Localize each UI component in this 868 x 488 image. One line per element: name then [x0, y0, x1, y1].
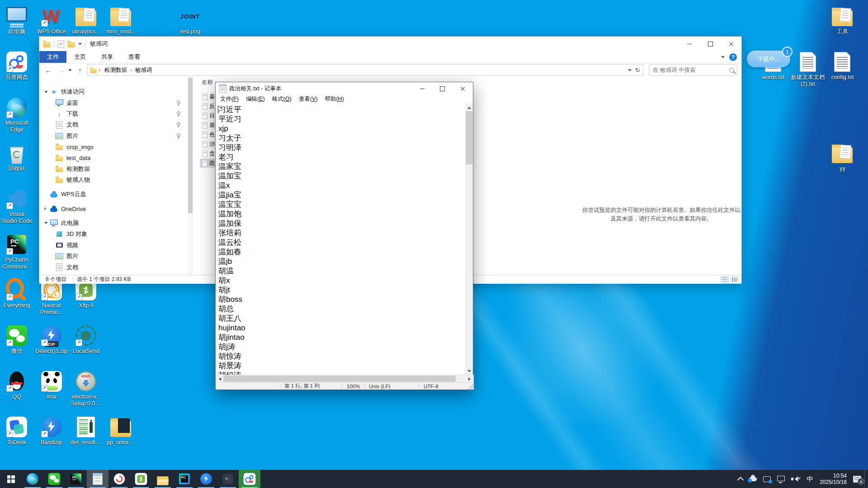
clock[interactable]: 10:54 2025/10/16 [816, 470, 850, 488]
desktop-icon-recycle-bin[interactable]: 回收站 [0, 142, 38, 172]
sidebar-item-检测数据[interactable]: 检测数据 [39, 164, 188, 174]
sidebar-item-图片[interactable]: 图片 [39, 251, 188, 262]
sidebar-item-快速访问[interactable]: ★快速访问 [39, 86, 188, 97]
expand-down-icon[interactable] [44, 222, 48, 226]
notepad-maximize-button[interactable] [432, 82, 453, 95]
ribbon-expand-icon[interactable] [721, 56, 725, 60]
details-view-button[interactable] [721, 276, 729, 283]
resize-grip[interactable] [468, 384, 473, 389]
forward-button[interactable]: → [56, 66, 66, 74]
large-icons-view-button[interactable] [731, 276, 739, 283]
breadcrumb-segment[interactable]: 敏感词 [132, 66, 155, 74]
sidebar-item-文档[interactable]: 文档 [39, 262, 188, 272]
new-folder-icon[interactable] [67, 42, 75, 47]
horizontal-scroll-thumb[interactable] [223, 375, 456, 382]
notepad-menu-查看(V)[interactable]: 查看(V) [295, 95, 321, 103]
search-box[interactable] [649, 64, 737, 76]
desktop-icon-yy-folder[interactable]: yy [821, 142, 864, 172]
desktop-icon-joint-test-png[interactable]: JOINTtest.png [169, 5, 212, 35]
taskbar-start-button[interactable] [0, 470, 22, 488]
file-row[interactable]: 目 [200, 111, 216, 120]
notepad-minimize-button[interactable] [412, 82, 432, 95]
sidebar-item-敏感人物[interactable]: 敏感人物 [39, 174, 188, 185]
notepad-menu-格式(O)[interactable]: 格式(O) [269, 95, 295, 103]
address-bar[interactable]: › 检测数据›敏感词 ↻ [87, 64, 643, 76]
refresh-icon[interactable]: ↻ [635, 67, 640, 74]
search-input[interactable] [652, 66, 729, 74]
file-row[interactable]: 涉 [200, 140, 216, 149]
volume-muted-icon[interactable] [788, 470, 803, 488]
up-button[interactable]: ↑ [75, 66, 85, 74]
tray-expand-chevron-icon[interactable] [735, 470, 746, 488]
desktop-icon-vscode[interactable]: ↗Visual Studio Code [0, 188, 38, 225]
desktop-icon-config-txt[interactable]: config.txt [821, 51, 864, 81]
sidebar-item-文档[interactable]: 文档 [39, 119, 188, 130]
ribbon-tab-文件[interactable]: 文件 [39, 51, 66, 63]
desktop-icon-tools-folder[interactable]: 工具 [821, 5, 864, 35]
file-row[interactable]: 色 [200, 130, 216, 139]
scroll-right-icon[interactable] [466, 375, 474, 383]
qat-dropdown-icon[interactable] [78, 43, 82, 47]
expand-down-icon[interactable] [44, 91, 48, 95]
sidebar-item-视频[interactable]: 视频 [39, 240, 188, 251]
desktop-icon-localsend[interactable]: ↗LocalSend [64, 325, 108, 355]
sidebar-item-图片[interactable]: 图片 [39, 131, 188, 141]
network-icon[interactable] [774, 470, 788, 488]
notification-center-icon[interactable]: 4 [850, 470, 864, 488]
sidebar-scrollbar[interactable] [188, 77, 193, 275]
desktop-icon-microsoft-edge[interactable]: ↗Microsoft Edge [0, 97, 38, 133]
file-row[interactable]: 基 [200, 121, 216, 130]
desktop-icon-pp-onnx[interactable]: pp_onnx-... [99, 416, 142, 446]
notepad-menu-文件(F)[interactable]: 文件(F) [217, 95, 242, 103]
notepad-close-button[interactable] [453, 82, 473, 95]
sidebar-item-WPS云盘[interactable]: WPS云盘 [39, 189, 188, 200]
screen-cast-icon[interactable] [760, 470, 774, 488]
ribbon-tab-主页[interactable]: 主页 [66, 51, 94, 63]
ime-indicator[interactable]: 中 [803, 470, 816, 488]
sidebar-item-test_data[interactable]: test_data [39, 152, 188, 163]
vertical-scrollbar[interactable] [465, 103, 473, 375]
sidebar-item-此电脑[interactable]: 此电脑 [39, 218, 188, 229]
download-toast[interactable]: 下载中... 1 [747, 51, 790, 67]
scroll-up-icon[interactable] [465, 103, 473, 111]
taskbar-terminal-button[interactable]: >_ [217, 470, 239, 488]
horizontal-scrollbar[interactable] [216, 375, 474, 382]
show-desktop-button[interactable] [864, 470, 867, 488]
notepad-menu-编辑(E)[interactable]: 编辑(E) [242, 95, 269, 103]
sidebar-item-下载[interactable]: ↓下载 [39, 108, 188, 119]
taskbar-notepad-button[interactable] [87, 470, 108, 488]
help-button[interactable]: ? [729, 53, 737, 61]
taskbar-pycharm-button[interactable]: PC [174, 470, 195, 488]
cloud-sync-icon[interactable] [746, 470, 760, 488]
notepad-text-area[interactable]: 习近平平近习xjp习太子习明泽老习温家宝温加宝温x温jia宝温宝宝温加饱温加保张… [216, 103, 466, 375]
taskbar-baidu-netdisk-button[interactable] [239, 470, 260, 488]
taskbar-xftp-button[interactable] [130, 470, 152, 488]
taskbar-pycharm-dark-button[interactable]: PC [65, 470, 87, 488]
file-row[interactable]: 贪 [200, 149, 216, 158]
desktop-icon-rknn-mod-folder[interactable]: rknn_mod... [99, 5, 142, 35]
address-dropdown-icon[interactable] [628, 69, 632, 73]
close-button[interactable] [721, 37, 741, 51]
file-row[interactable]: 政 [200, 159, 216, 168]
ribbon-tab-共享[interactable]: 共享 [94, 51, 121, 63]
recent-locations-icon[interactable] [68, 69, 72, 73]
column-header-name[interactable]: 名称 [202, 79, 213, 86]
maximize-button[interactable] [700, 37, 721, 51]
vertical-scroll-thumb[interactable] [466, 111, 472, 164]
minimize-button[interactable] [679, 37, 700, 51]
file-row[interactable]: 反 [200, 102, 216, 111]
scroll-left-icon[interactable] [216, 375, 223, 383]
taskbar-navicat-button[interactable] [108, 470, 130, 488]
breadcrumb-segment[interactable]: 检测数据 [102, 66, 130, 74]
taskbar-wechat-button[interactable] [43, 470, 65, 488]
file-row[interactable]: 暴 [200, 92, 216, 101]
taskbar-explorer-button[interactable] [152, 470, 174, 488]
expand-right-icon[interactable] [44, 207, 48, 211]
properties-check-icon[interactable]: ✓ [57, 40, 64, 48]
sidebar-item-桌面[interactable]: 桌面 [39, 97, 188, 108]
taskbar-edge-button[interactable] [22, 470, 43, 488]
desktop-icon-pycharm-community[interactable]: PC↗PyCharm Communi... [0, 234, 38, 270]
desktop-icon-electron-setup[interactable]: NSISelectron-v... Setup 0.0.... [64, 371, 108, 407]
desktop-icon-baidu-netdisk[interactable]: ↗百度网盘 [0, 51, 38, 81]
taskbar-bandizip-button[interactable] [195, 470, 217, 488]
